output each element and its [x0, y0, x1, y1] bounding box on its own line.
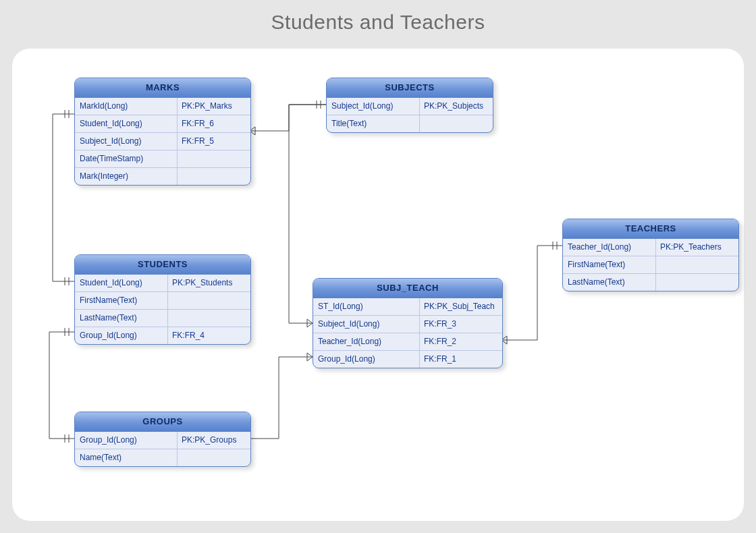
- key-name: FK:FR_5: [178, 133, 250, 150]
- entity-row: FirstName(Text): [563, 256, 738, 274]
- entity-row: MarkId(Long) PK:PK_Marks: [75, 98, 250, 115]
- field-name: MarkId(Long): [75, 98, 178, 115]
- key-name: PK:PK_Groups: [178, 432, 250, 449]
- entity-row: LastName(Text): [75, 310, 250, 327]
- field-name: FirstName(Text): [75, 292, 168, 309]
- field-name: Subject_Id(Long): [75, 133, 178, 150]
- key-name: PK:PK_Students: [168, 275, 250, 291]
- entity-groups[interactable]: GROUPS Group_Id(Long) PK:PK_Groups Name(…: [74, 412, 251, 467]
- entity-row: LastName(Text): [563, 274, 738, 291]
- key-name: FK:FR_2: [420, 333, 502, 350]
- key-name: FK:FR_1: [420, 351, 502, 368]
- entity-row: Subject_Id(Long) FK:FR_5: [75, 133, 250, 150]
- entity-teachers[interactable]: TEACHERS Teacher_Id(Long) PK:PK_Teachers…: [562, 219, 739, 291]
- field-name: ST_Id(Long): [313, 298, 420, 315]
- field-name: Group_Id(Long): [75, 327, 168, 344]
- key-name: FK:FR_4: [168, 327, 250, 344]
- entity-marks[interactable]: MARKS MarkId(Long) PK:PK_Marks Student_I…: [74, 78, 251, 186]
- key-name: [178, 150, 250, 167]
- field-name: Title(Text): [327, 115, 420, 132]
- entity-header: GROUPS: [75, 412, 250, 432]
- entity-header: STUDENTS: [75, 255, 250, 275]
- entity-row: Date(TimeStamp): [75, 150, 250, 168]
- entity-row: Teacher_Id(Long) FK:FR_2: [313, 333, 502, 351]
- field-name: Group_Id(Long): [75, 432, 178, 449]
- key-name: [420, 115, 493, 132]
- field-name: LastName(Text): [75, 310, 168, 327]
- field-name: Student_Id(Long): [75, 275, 168, 291]
- entity-row: Subject_Id(Long) FK:FR_3: [313, 316, 502, 333]
- field-name: Teacher_Id(Long): [563, 239, 656, 256]
- entity-header: SUBJECTS: [327, 78, 493, 98]
- entity-row: Student_Id(Long) FK:FR_6: [75, 115, 250, 133]
- entity-row: Name(Text): [75, 449, 250, 466]
- entity-header: TEACHERS: [563, 219, 738, 239]
- key-name: PK:PK_Subjects: [420, 98, 493, 115]
- key-name: [656, 274, 738, 291]
- entity-row: FirstName(Text): [75, 292, 250, 310]
- entity-row: Group_Id(Long) PK:PK_Groups: [75, 432, 250, 449]
- entity-subjects[interactable]: SUBJECTS Subject_Id(Long) PK:PK_Subjects…: [326, 78, 493, 133]
- field-name: Name(Text): [75, 449, 178, 466]
- field-name: Student_Id(Long): [75, 115, 178, 132]
- key-name: FK:FR_3: [420, 316, 502, 333]
- entity-row: Group_Id(Long) FK:FR_4: [75, 327, 250, 344]
- diagram-canvas: MARKS MarkId(Long) PK:PK_Marks Student_I…: [12, 49, 744, 521]
- entity-row: Subject_Id(Long) PK:PK_Subjects: [327, 98, 493, 115]
- field-name: Mark(Integer): [75, 168, 178, 185]
- field-name: FirstName(Text): [563, 256, 656, 273]
- key-name: [178, 449, 250, 466]
- field-name: Date(TimeStamp): [75, 150, 178, 167]
- key-name: PK:PK_Marks: [178, 98, 250, 115]
- diagram-title: Students and Teachers: [0, 0, 756, 34]
- key-name: PK:PK_Teachers: [656, 239, 738, 256]
- field-name: LastName(Text): [563, 274, 656, 291]
- field-name: Group_Id(Long): [313, 351, 420, 368]
- entity-row: Teacher_Id(Long) PK:PK_Teachers: [563, 239, 738, 256]
- entity-row: Group_Id(Long) FK:FR_1: [313, 351, 502, 368]
- entity-students[interactable]: STUDENTS Student_Id(Long) PK:PK_Students…: [74, 254, 251, 345]
- key-name: [656, 256, 738, 273]
- entity-row: Title(Text): [327, 115, 493, 132]
- entity-header: MARKS: [75, 78, 250, 98]
- key-name: [168, 310, 250, 327]
- key-name: FK:FR_6: [178, 115, 250, 132]
- entity-header: SUBJ_TEACH: [313, 279, 502, 298]
- entity-row: Mark(Integer): [75, 168, 250, 185]
- field-name: Subject_Id(Long): [313, 316, 420, 333]
- key-name: [178, 168, 250, 185]
- entity-subj-teach[interactable]: SUBJ_TEACH ST_Id(Long) PK:PK_Subj_Teach …: [313, 278, 503, 368]
- key-name: [168, 292, 250, 309]
- entity-row: Student_Id(Long) PK:PK_Students: [75, 275, 250, 292]
- field-name: Teacher_Id(Long): [313, 333, 420, 350]
- key-name: PK:PK_Subj_Teach: [420, 298, 502, 315]
- field-name: Subject_Id(Long): [327, 98, 420, 115]
- entity-row: ST_Id(Long) PK:PK_Subj_Teach: [313, 298, 502, 316]
